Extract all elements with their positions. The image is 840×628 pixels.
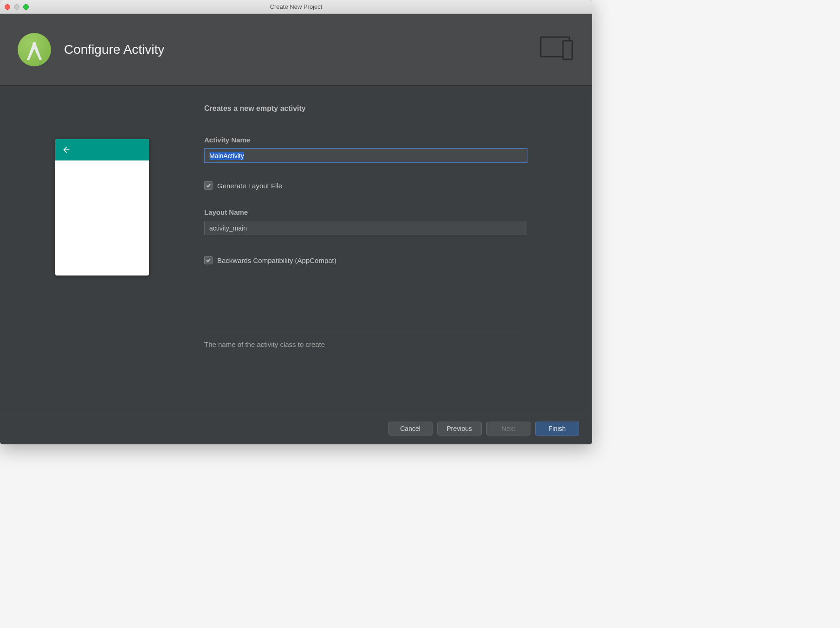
previous-button[interactable]: Previous (437, 422, 482, 436)
maximize-window-button[interactable] (23, 4, 29, 10)
generate-layout-checkbox[interactable] (204, 181, 213, 190)
activity-name-value: MainActivity (209, 152, 244, 160)
backwards-compat-label: Backwards Compatibility (AppCompat) (217, 256, 336, 264)
activity-name-input[interactable]: MainActivity (204, 148, 527, 163)
checkmark-icon (206, 183, 211, 188)
device-preview-icon (540, 36, 576, 63)
template-preview-pane (0, 104, 204, 412)
svg-rect-2 (563, 41, 572, 59)
hint-divider (204, 332, 527, 332)
layout-name-input[interactable] (204, 221, 527, 235)
cancel-button[interactable]: Cancel (388, 422, 433, 436)
generate-layout-label: Generate Layout File (217, 182, 282, 190)
close-window-button[interactable] (5, 4, 10, 10)
hint-text: The name of the activity class to create (204, 340, 527, 348)
wizard-window: Create New Project Configure Activity (0, 0, 592, 444)
finish-button[interactable]: Finish (535, 422, 579, 436)
backwards-compat-row: Backwards Compatibility (AppCompat) (204, 256, 527, 264)
mock-appbar (55, 139, 149, 160)
generate-layout-row: Generate Layout File (204, 181, 527, 190)
wizard-banner: Configure Activity (0, 14, 592, 86)
minimize-window-button[interactable] (14, 4, 19, 10)
window-controls (5, 4, 29, 10)
window-title: Create New Project (5, 3, 588, 10)
layout-name-label: Layout Name (204, 208, 527, 216)
section-title: Creates a new empty activity (204, 104, 527, 113)
content-area: Creates a new empty activity Activity Na… (0, 86, 592, 412)
checkmark-icon (206, 257, 211, 263)
arrow-back-icon (62, 145, 71, 154)
wizard-footer: Cancel Previous Next Finish (0, 412, 592, 444)
titlebar: Create New Project (0, 0, 592, 14)
form-pane: Creates a new empty activity Activity Na… (204, 104, 592, 412)
phone-mockup (55, 139, 149, 276)
backwards-compat-checkbox[interactable] (204, 256, 213, 264)
next-button[interactable]: Next (486, 422, 530, 436)
banner-title: Configure Activity (64, 42, 164, 57)
activity-name-label: Activity Name (204, 136, 527, 144)
android-studio-logo-icon (18, 33, 51, 66)
